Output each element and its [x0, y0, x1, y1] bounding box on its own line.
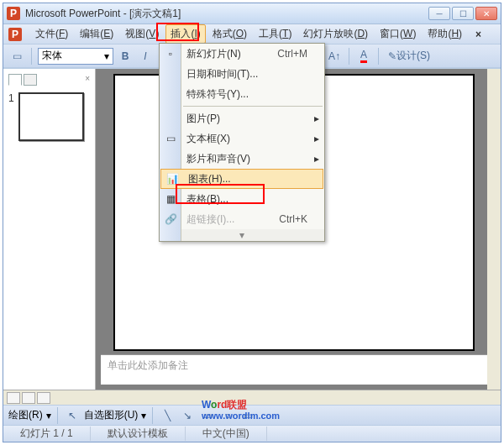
dropdown-arrow-icon: ▾ [46, 410, 51, 421]
separator [31, 48, 32, 65]
slideshow-view-button[interactable] [37, 392, 50, 404]
separator [349, 48, 349, 65]
menu-textbox[interactable]: ▭文本框(X)▸ [160, 128, 324, 149]
separator [152, 407, 153, 424]
table-icon: ▦ [163, 191, 178, 207]
italic-button[interactable]: I [137, 48, 154, 65]
title-bar: P Microsoft PowerPoint - [演示文稿1] ─ ☐ ✕ [3, 3, 501, 24]
svg-text:P: P [12, 29, 18, 40]
menu-hyperlink[interactable]: 🔗超链接(I)...Ctrl+K [160, 209, 324, 229]
submenu-arrow-icon: ▸ [314, 153, 319, 165]
textbox-button[interactable]: ▭ [239, 407, 256, 424]
menu-new-slide[interactable]: ▫新幻灯片(N)Ctrl+M [160, 44, 324, 64]
slide-preview [18, 92, 84, 141]
window-buttons: ─ ☐ ✕ [428, 7, 497, 20]
chart-icon: 📊 [165, 171, 180, 186]
thumbnail-pane: × 1 [3, 69, 96, 390]
font-name: 宋体 [42, 49, 62, 63]
menu-chart[interactable]: 📊图表(H)... [160, 169, 323, 189]
menu-view[interactable]: 视图(V) [120, 24, 164, 44]
menu-slideshow[interactable]: 幻灯片放映(D) [298, 24, 373, 44]
menu-bar: P 文件(F) 编辑(E) 视图(V) 插入(I) 格式(O) 工具(T) 幻灯… [3, 24, 501, 44]
outline-toggle-icon[interactable]: ▭ [8, 48, 25, 65]
rectangle-button[interactable]: ▭ [199, 407, 216, 424]
svg-text:P: P [10, 8, 17, 19]
thumbnail-tabs: × [8, 74, 90, 86]
status-bar: 幻灯片 1 / 1 默认设计模板 中文(中国) [3, 425, 501, 442]
menu-picture[interactable]: 图片(P)▸ [160, 108, 324, 128]
menu-insert[interactable]: 插入(I) [165, 24, 205, 44]
view-switch-bar [3, 390, 501, 405]
powerpoint-icon: P [7, 7, 20, 20]
insert-dropdown-menu: ▫新幻灯片(N)Ctrl+M 日期和时间(T)... 特殊符号(Y)... 图片… [159, 43, 325, 242]
submenu-arrow-icon: ▸ [314, 113, 319, 124]
menu-table[interactable]: ▦表格(B)... [160, 189, 324, 209]
pointer-button[interactable]: ↖ [64, 407, 81, 424]
oval-button[interactable]: ○ [219, 407, 236, 424]
arrow-button[interactable]: ↘ [179, 407, 196, 424]
menu-tools[interactable]: 工具(T) [254, 24, 297, 44]
menu-symbol[interactable]: 特殊符号(Y)... [160, 84, 324, 104]
textbox-icon: ▭ [163, 131, 178, 146]
status-language: 中文(中国) [186, 427, 267, 441]
bold-button[interactable]: B [117, 48, 134, 65]
increase-font-button[interactable]: A↑ [326, 48, 343, 65]
minimize-button[interactable]: ─ [428, 7, 450, 20]
vertical-scrollbar[interactable] [487, 69, 501, 390]
status-slide: 幻灯片 1 / 1 [3, 427, 91, 441]
autoshapes-menu[interactable]: 自选图形(U) [84, 408, 139, 422]
menu-edit[interactable]: 编辑(E) [75, 24, 118, 44]
slide-thumbnail[interactable]: 1 [8, 92, 90, 141]
sorter-view-button[interactable] [22, 392, 35, 404]
draw-menu[interactable]: 绘图(R) [8, 408, 43, 422]
menu-format[interactable]: 格式(O) [207, 24, 252, 44]
font-selector[interactable]: 宋体▾ [38, 48, 113, 65]
close-button[interactable]: ✕ [475, 7, 497, 20]
menu-separator [183, 106, 323, 107]
menu-help[interactable]: 帮助(H) [423, 24, 467, 44]
separator [378, 48, 379, 65]
doc-close-button[interactable]: × [475, 29, 481, 40]
submenu-arrow-icon: ▸ [314, 133, 319, 144]
menu-window[interactable]: 窗口(W) [375, 24, 421, 44]
tab-slides[interactable] [8, 74, 22, 86]
line-button[interactable]: ╲ [159, 407, 176, 424]
slide-number: 1 [8, 92, 15, 141]
menu-expand-button[interactable]: ▾ [160, 229, 324, 241]
font-color-button[interactable]: A [355, 48, 372, 65]
normal-view-button[interactable] [7, 392, 20, 404]
menu-datetime[interactable]: 日期和时间(T)... [160, 64, 324, 84]
link-icon: 🔗 [163, 212, 178, 227]
powerpoint-small-icon: P [8, 28, 22, 41]
status-template: 默认设计模板 [91, 427, 186, 441]
tab-outline[interactable] [24, 74, 37, 86]
menu-file[interactable]: 文件(F) [30, 24, 73, 44]
notes-pane[interactable]: 单击此处添加备注 [101, 354, 487, 385]
window-title: Microsoft PowerPoint - [演示文稿1] [25, 7, 428, 21]
menu-movies-sounds[interactable]: 影片和声音(V)▸ [160, 149, 324, 169]
dropdown-arrow-icon: ▾ [104, 50, 109, 62]
maximize-button[interactable]: ☐ [452, 7, 474, 20]
dropdown-arrow-icon: ▾ [141, 410, 146, 421]
drawing-toolbar: 绘图(R)▾ ↖ 自选图形(U)▾ ╲ ↘ ▭ ○ ▭ [3, 405, 501, 425]
separator [57, 407, 58, 424]
design-button[interactable]: ✎ 设计(S) [385, 48, 433, 65]
new-slide-icon: ▫ [163, 46, 178, 61]
pane-close-icon[interactable]: × [85, 74, 90, 86]
